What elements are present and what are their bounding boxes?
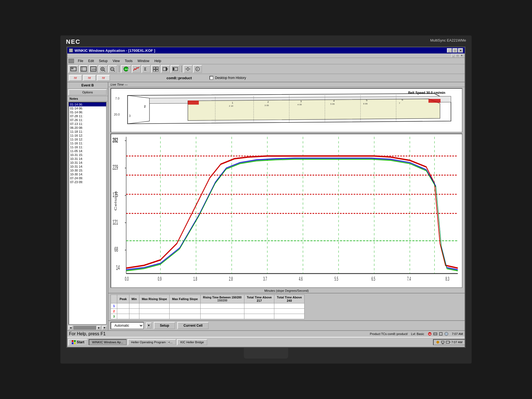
- list-item[interactable]: 01-14 06:: [69, 103, 106, 106]
- current-cell-button[interactable]: Current Cell: [177, 322, 209, 329]
- tab-nr-1[interactable]: nr: [69, 75, 82, 81]
- dropdown-arrow-button[interactable]: ▼: [146, 323, 152, 329]
- menu-tools[interactable]: Tools: [122, 58, 135, 63]
- col-peak: Peak: [117, 295, 129, 303]
- list-item[interactable]: 10-31 14:: [69, 161, 106, 165]
- row-3-rising-time: [200, 314, 244, 319]
- row-3-num: 3: [111, 314, 117, 319]
- list-item[interactable]: 01-14 06:: [69, 106, 106, 110]
- list-item[interactable]: 07-24 09:: [69, 176, 106, 180]
- options-button[interactable]: Options: [68, 89, 107, 95]
- toolbar-btn-settings[interactable]: [183, 65, 192, 73]
- menu-help[interactable]: Help: [152, 58, 163, 63]
- list-item[interactable]: 01-14 06:: [69, 110, 106, 114]
- list-item[interactable]: 07-13 11:: [69, 122, 106, 126]
- menu-bar: File Edit Setup View Tools Window Help: [67, 58, 465, 64]
- taskbar-item-winkic[interactable]: WINKIC Windows Ap...: [89, 339, 126, 345]
- list-item[interactable]: 07-23 09:: [69, 180, 106, 184]
- svg-text:7.4: 7.4: [407, 276, 411, 282]
- row-2-peak: [117, 308, 129, 314]
- taskbar-item-kic[interactable]: KIC Heller Bridge: [177, 339, 207, 345]
- monitor-brand-nec: NEC: [66, 38, 80, 45]
- toolbar-btn-export1[interactable]: [161, 65, 170, 73]
- close-button[interactable]: ✕: [458, 48, 463, 53]
- tab-nr-3[interactable]: nr: [97, 75, 110, 81]
- list-item[interactable]: 11-16 12:: [69, 137, 106, 141]
- scroll-track[interactable]: [73, 326, 96, 330]
- list-item[interactable]: 10-31 14:: [69, 165, 106, 168]
- conveyor-area: Belt Speed 30.0 cm/min 7.0 20.0: [111, 88, 462, 132]
- menu-setup[interactable]: Setup: [97, 58, 110, 63]
- inner-minimize-button[interactable]: _: [451, 54, 455, 57]
- svg-text:Σ: Σ: [144, 67, 146, 71]
- row-2-total-240: [274, 308, 305, 314]
- scroll-down-button[interactable]: ▼: [102, 326, 107, 330]
- row-2-max-falling: [170, 308, 200, 314]
- scroll-left-button[interactable]: ◄: [68, 326, 73, 330]
- taskbar-item-heller[interactable]: Heller Operating Program : <...: [128, 339, 176, 345]
- col-max-rising: Max Rising Slope: [139, 295, 169, 303]
- svg-rect-19: [156, 70, 158, 71]
- x-axis-label: Minutes (slope Degrees/Second): [108, 288, 465, 293]
- toolbar-btn-2[interactable]: [79, 65, 88, 73]
- desktop-history-checkbox[interactable]: [209, 76, 213, 80]
- list-item[interactable]: 10-30 15:: [69, 168, 106, 172]
- toolbar-btn-zoom-out[interactable]: [108, 65, 117, 73]
- menu-edit[interactable]: Edit: [86, 58, 96, 63]
- row-1-rising-time: [200, 303, 244, 308]
- svg-rect-109: [441, 341, 444, 343]
- row-3-total-217: [244, 314, 274, 319]
- list-item[interactable]: 11-05 14:: [69, 149, 106, 153]
- row-1-min: [129, 303, 139, 308]
- row-1-num: 1: [111, 303, 117, 308]
- event-header: Event B: [67, 82, 108, 89]
- title-bar: WINKIC Windows Application - [1700EXL.KO…: [67, 47, 465, 53]
- list-item[interactable]: 10-30 14:: [69, 172, 106, 176]
- toolbar-btn-info[interactable]: i: [193, 65, 202, 73]
- automatic-dropdown[interactable]: Automatic: [111, 322, 144, 329]
- tab-nr-2[interactable]: nr: [83, 75, 96, 81]
- list-item[interactable]: 11-16 11:: [69, 145, 106, 149]
- toolbar-btn-export2[interactable]: [171, 65, 180, 73]
- svg-text:0.9: 0.9: [158, 276, 162, 282]
- minimize-button[interactable]: _: [447, 48, 452, 53]
- toolbar-btn-zoom-in[interactable]: [99, 65, 108, 73]
- row-2-num: 2: [111, 308, 117, 314]
- toolbar-btn-chart[interactable]: [132, 65, 141, 73]
- scroll-right-button[interactable]: ►: [97, 326, 101, 330]
- list-item[interactable]: 11-18 11:: [69, 130, 106, 134]
- inner-close-button[interactable]: ✕: [460, 54, 464, 57]
- chart-area: Live Time --- Belt Speed 30.0 cm/min 7.0…: [108, 82, 465, 330]
- list-item[interactable]: 10-31 14:: [69, 157, 106, 161]
- list-item[interactable]: 07-26 11:: [69, 118, 106, 122]
- svg-text:1000: 1000: [91, 68, 96, 71]
- desktop-history-label: Desktop from History: [215, 76, 246, 80]
- menu-window[interactable]: Window: [135, 58, 152, 63]
- svg-text:W: W: [429, 333, 431, 336]
- list-item[interactable]: 06-20 08:: [69, 126, 106, 130]
- svg-rect-112: [446, 341, 449, 343]
- svg-text:Celsius: Celsius: [114, 191, 117, 211]
- toolbar-btn-1[interactable]: [68, 65, 78, 73]
- toolbar-btn-grid[interactable]: [151, 65, 160, 73]
- setup-button[interactable]: Setup: [154, 322, 175, 329]
- list-item[interactable]: 11-16 12:: [69, 134, 106, 137]
- list-item[interactable]: 07-28 11:: [69, 114, 106, 118]
- svg-text:229: 229: [112, 164, 118, 171]
- svg-text:20.0: 20.0: [114, 113, 120, 116]
- maximize-button[interactable]: □: [452, 48, 457, 53]
- menu-view[interactable]: View: [110, 58, 122, 63]
- toolbar-btn-3[interactable]: 1000: [89, 65, 98, 73]
- start-button[interactable]: Start: [68, 339, 88, 346]
- list-item[interactable]: 10-31 15:: [69, 153, 106, 157]
- taskbar-time: 7:07 AM: [451, 341, 462, 344]
- toolbar-btn-sigma[interactable]: Σ: [142, 65, 150, 73]
- svg-text:5 95: 5 95: [330, 103, 335, 106]
- menu-file[interactable]: File: [76, 58, 85, 63]
- svg-text:1.8: 1.8: [193, 276, 197, 282]
- inner-maximize-button[interactable]: □: [456, 54, 459, 57]
- list-item[interactable]: 11-16 11:: [69, 141, 106, 145]
- toolbar-btn-go[interactable]: GO: [121, 65, 131, 73]
- app-icon: [69, 48, 73, 52]
- temp-chart: 282 229 175 121 68 14 Celsius: [111, 134, 462, 288]
